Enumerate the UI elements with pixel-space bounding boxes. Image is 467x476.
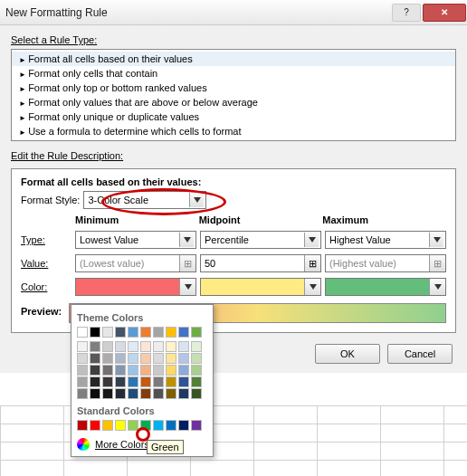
max-color-combo[interactable] [325,278,446,296]
color-swatch[interactable] [77,388,88,399]
ok-button[interactable]: OK [315,344,380,364]
color-swatch[interactable] [102,376,113,387]
color-swatch[interactable] [153,327,164,338]
color-swatch[interactable] [178,365,189,376]
color-swatch[interactable] [140,353,151,364]
rule-type-item[interactable]: Format only values that are above or bel… [12,95,455,109]
color-swatch[interactable] [77,341,88,352]
range-picker-icon[interactable]: ⊞ [429,255,445,271]
color-swatch[interactable] [140,327,151,338]
mid-title: Midpoint [199,214,241,225]
color-swatch[interactable] [178,376,189,387]
color-swatch[interactable] [128,376,138,387]
rule-type-item[interactable]: Use a formula to determine which cells t… [12,124,455,138]
min-type-combo[interactable]: Lowest Value [75,231,196,249]
color-swatch[interactable] [153,376,164,387]
color-swatch[interactable] [128,341,138,352]
color-swatch[interactable] [77,353,88,364]
color-swatch[interactable] [115,327,126,338]
color-swatch[interactable] [191,420,202,431]
color-swatch[interactable] [191,388,202,399]
color-swatch[interactable] [153,420,164,431]
color-swatch-green[interactable] [140,420,151,431]
help-button[interactable]: ? [392,4,421,22]
color-swatch[interactable] [191,341,202,352]
color-swatch[interactable] [90,327,100,338]
color-swatch[interactable] [140,365,151,376]
color-swatch[interactable] [191,376,202,387]
cancel-button[interactable]: Cancel [387,344,453,364]
color-swatch[interactable] [128,388,138,399]
color-swatch[interactable] [77,365,88,376]
mid-value-input[interactable]: 50⊞ [200,254,321,272]
color-swatch[interactable] [90,388,100,399]
color-swatch[interactable] [178,341,189,352]
color-swatch[interactable] [90,341,100,352]
max-type-combo[interactable]: Highest Value [325,231,446,249]
color-swatch[interactable] [166,365,176,376]
color-swatch[interactable] [102,420,113,431]
mid-color-combo[interactable] [200,278,321,296]
color-swatch[interactable] [166,376,176,387]
color-swatch[interactable] [166,327,176,338]
color-swatch[interactable] [102,365,113,376]
color-swatch[interactable] [140,341,151,352]
color-swatch[interactable] [140,376,151,387]
color-swatch[interactable] [115,376,126,387]
color-swatch[interactable] [153,353,164,364]
theme-colors-label: Theme Colors [77,310,207,327]
color-swatch[interactable] [166,420,176,431]
color-swatch[interactable] [102,353,113,364]
format-style-combo[interactable]: 3-Color Scale [83,191,206,209]
color-swatch[interactable] [115,353,126,364]
color-swatch[interactable] [178,388,189,399]
color-swatch[interactable] [90,420,100,431]
color-swatch[interactable] [178,420,189,431]
window-title: New Formatting Rule [5,6,391,19]
color-swatch[interactable] [115,341,126,352]
color-swatch[interactable] [128,420,138,431]
max-value-input[interactable]: (Highest value)⊞ [325,254,446,272]
rule-type-list[interactable]: Format all cells based on their values F… [11,49,456,141]
more-colors-item[interactable]: More Colors... [77,436,207,451]
color-swatch[interactable] [102,327,113,338]
color-swatch[interactable] [191,365,202,376]
color-swatch[interactable] [153,365,164,376]
color-swatch[interactable] [90,365,100,376]
color-swatch[interactable] [102,341,113,352]
color-swatch[interactable] [191,327,202,338]
min-color-combo[interactable] [75,278,196,296]
rule-type-item[interactable]: Format only top or bottom ranked values [12,81,455,95]
color-swatch[interactable] [140,388,151,399]
color-swatch[interactable] [128,327,138,338]
mid-type-combo[interactable]: Percentile [200,231,321,249]
range-picker-icon[interactable]: ⊞ [179,255,195,271]
color-swatch[interactable] [153,341,164,352]
rule-type-item[interactable]: Format only cells that contain [12,66,455,81]
color-swatch[interactable] [77,327,88,338]
color-swatch[interactable] [166,341,176,352]
rule-type-item[interactable]: Format only unique or duplicate values [12,109,455,124]
color-swatch[interactable] [77,420,88,431]
color-swatch[interactable] [178,353,189,364]
color-swatch[interactable] [77,376,88,387]
color-swatch[interactable] [90,376,100,387]
color-swatch[interactable] [115,420,126,431]
rule-type-item[interactable]: Format all cells based on their values [12,52,455,66]
color-swatch[interactable] [90,353,100,364]
close-button[interactable]: ✕ [423,4,466,22]
min-title: Minimum [75,214,119,225]
min-value-input[interactable]: (Lowest value)⊞ [75,254,196,272]
color-swatch[interactable] [128,353,138,364]
color-swatch[interactable] [178,327,189,338]
color-swatch[interactable] [115,388,126,399]
color-swatch[interactable] [191,353,202,364]
color-swatch[interactable] [128,365,138,376]
color-swatch[interactable] [166,353,176,364]
color-swatch[interactable] [166,388,176,399]
color-picker-popup: Theme Colors Standard Colors More Colors… [71,304,214,457]
color-swatch[interactable] [153,388,164,399]
color-swatch[interactable] [102,388,113,399]
color-swatch[interactable] [115,365,126,376]
range-picker-icon[interactable]: ⊞ [304,255,320,271]
